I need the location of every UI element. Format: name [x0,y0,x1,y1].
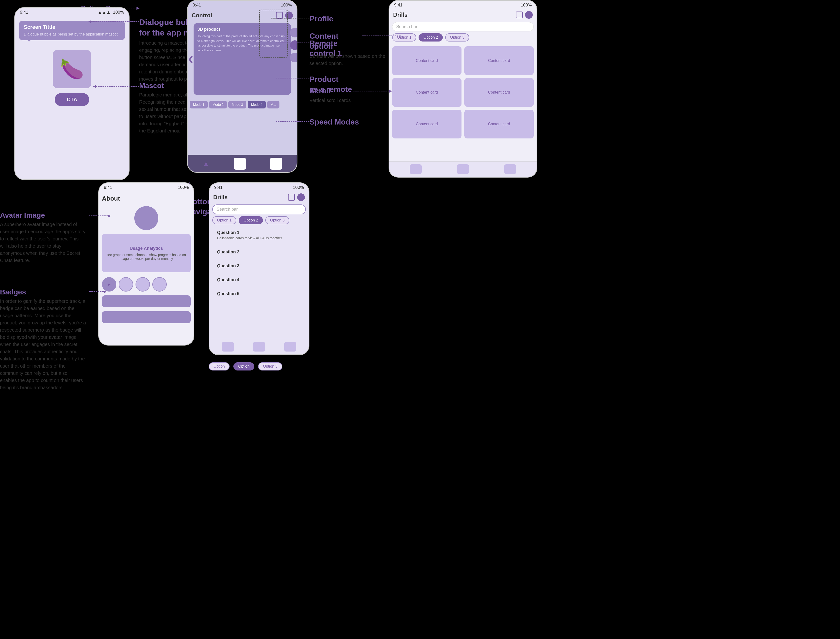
phone5-bottom-icon-3[interactable] [284,342,296,351]
screen-title-body: Dialogue bubble as being set by the appl… [24,32,120,37]
mode-btn-3[interactable]: Mode 3 [229,101,246,108]
question-4-title: Question 4 [217,277,301,283]
phone3-content-card-4: Content card [464,78,534,107]
phone1-battery: 100% [113,10,124,15]
mode-btn-2[interactable]: Mode 2 [209,101,227,108]
phone5-bottom-bar [210,339,309,354]
phone3-header: Drills [389,10,537,20]
annotation-scroll-title: Scroll [310,86,351,95]
question-2-title: Question 2 [217,250,301,254]
annotation-content-option-title: Contentoption [310,31,400,51]
nav-icon-2[interactable] [270,157,282,170]
phone3-profile-circle[interactable] [525,11,533,19]
phone3-content-card-5: Content card [392,110,462,138]
phone3-status-bar: 9:41 100% [389,1,537,10]
phone1-signal: ▲▲▲ [98,10,111,15]
phone3-content-card-3: Content card [392,78,462,107]
question-card-3: Question 3 [212,260,306,272]
dash-product-remote [276,78,310,78]
question-1-body: Collapsable cards to view all FAQs toget… [217,236,301,240]
nav-up-arrow[interactable]: ▲ [202,160,210,168]
phone2-icons: 100% [281,3,292,8]
annotation-profile-title: Profile [310,14,333,23]
phone5-title: Drills [213,194,228,200]
annotation-mascot-arrow: ◄ [92,84,97,89]
annotation-badges-body: In order to gamify the superhero track, … [0,297,86,391]
nav-icon-1[interactable] [234,157,246,170]
phone3-option-2[interactable]: Option 2 [419,33,443,41]
profile-dashed-box [259,10,288,57]
phone2-battery: 100% [281,3,292,8]
mode-btn-4[interactable]: Mode 4 [248,101,266,108]
phone3-bottom-icon-1[interactable] [410,164,422,174]
phone5-time: 9:41 [214,185,222,190]
phone3-content-card-6: Content card [464,110,534,138]
bottom-option-1[interactable]: Option [209,362,230,370]
control-left-chevron[interactable]: ❮ [188,55,193,63]
phone-about: 9:41 100% About Usage Analytics Bar grap… [98,182,194,345]
phone5-options-row: Option 1 Option 2 Option 3 [210,216,309,224]
question-card-4: Question 4 [212,273,306,286]
screen-title-text: Screen Tittle [24,24,120,30]
usage-analytics-box: Usage Analytics Bar graph or some charts… [102,234,191,272]
annotation-badges: Badges In order to gamify the superhero … [0,288,86,391]
avatar-circle [134,206,158,230]
phone5-bottom-icon-2[interactable] [253,342,265,351]
phone5-icons: 100% [293,185,304,190]
phone3-content-card-2: Content card [464,46,534,75]
phone3-search-bar[interactable]: Search bar [392,22,534,32]
bottom-nav-bar: ▲ [188,155,297,172]
phone5-status-bar: 9:41 100% [210,183,309,192]
about-btn-bar-2[interactable] [102,311,191,323]
phone3-option-3[interactable]: Option 3 [445,33,469,41]
phone5-checkbox[interactable] [288,194,295,200]
phone2-time: 9:41 [193,3,201,8]
annotation-dialogue-arrow: ◄ [87,19,92,24]
phone3-time: 9:41 [394,3,402,8]
phone5-header-icons [288,193,305,201]
annotation-speed-modes: Speed Modes [310,118,359,128]
dash-avatar [89,216,108,216]
phone3-checkbox[interactable] [516,11,522,18]
phone5-profile-circle[interactable] [297,193,305,201]
annotation-scroll-body: Vertical scroll cards [310,97,351,104]
bottom-option-2[interactable]: Option [233,362,254,370]
phone1-status-bar: 9:41 ▲▲▲ 100% [15,8,129,17]
mode-btn-1[interactable]: Mode 1 [190,101,208,108]
about-btn-bar-1[interactable] [102,296,191,307]
question-card-5: Question 5 [212,288,306,299]
phone4-icons: 100% [178,185,189,190]
phone5-option-2[interactable]: Option 2 [239,216,263,224]
phone5-option-3[interactable]: Option 3 [265,216,289,224]
phone5-option-1[interactable]: Option 1 [212,216,236,224]
question-1-title: Question 1 [217,230,301,235]
phone5-search-bar[interactable]: Search bar [212,204,306,214]
phone2-status-bar: 9:41 100% [188,1,297,10]
dash-scroll [353,91,389,91]
bottom-options-row: Option Option Option 3 [209,362,282,370]
badge-2 [119,277,133,292]
mode-btn-5[interactable]: M... [267,101,279,108]
badge-4 [152,277,167,292]
annotation-badges-title: Badges [0,288,86,296]
phone4-status-bar: 9:41 100% [99,183,194,192]
speed-modes-row: Mode 1 Mode 2 Mode 3 Mode 4 M... [188,99,297,110]
phone3-bottom-icon-3[interactable] [504,164,516,174]
control-circle-btn-1[interactable] [290,28,297,37]
phone-drills-bottom: 9:41 100% Drills Search bar Option 1 Opt… [209,182,310,355]
dash-badges [89,291,103,292]
annotation-avatar-title: Avatar Image [0,211,86,219]
annotation-content-option-body: Content will be shown based on the selec… [310,52,400,67]
phone5-battery: 100% [293,185,304,190]
dash-content-option [362,35,400,36]
cta-button[interactable]: CTA [55,93,89,106]
annotation-speed-title: Speed Modes [310,118,359,126]
usage-analytics-title: Usage Analytics [130,246,163,251]
phone3-bottom-icon-2[interactable] [457,164,469,174]
control-circle-btn-3[interactable] [290,53,297,62]
annotation-scroll: Scroll Vertical scroll cards ► [310,86,351,104]
phone5-bottom-icon-1[interactable] [222,342,234,351]
bottom-option-3[interactable]: Option 3 [258,362,282,370]
phone5-search-placeholder: Search bar [217,207,238,211]
screen-title-box: Screen Tittle Dialogue bubble as being s… [19,21,125,40]
